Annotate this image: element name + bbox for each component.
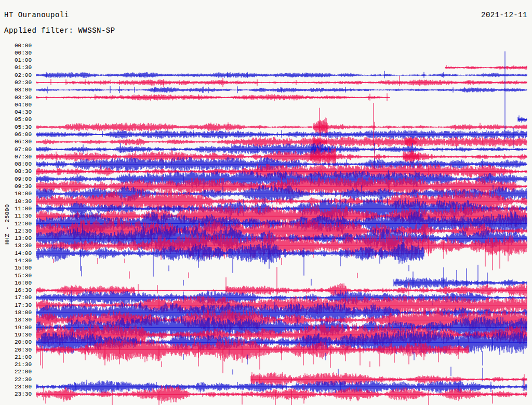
trace-row-15:00 xyxy=(82,265,409,276)
trace-row-06:00 xyxy=(36,51,527,148)
trace-row-14:30 xyxy=(54,258,282,265)
trace-row-15:30 xyxy=(129,272,357,279)
trace-row-02:30 xyxy=(36,76,527,87)
helicorder-plot xyxy=(0,0,532,405)
trace-row-03:00 xyxy=(36,86,527,93)
trace-row-05:00 xyxy=(518,115,527,123)
trace-row-16:00 xyxy=(183,265,527,289)
trace-row-01:30 xyxy=(445,65,527,70)
trace-row-03:30 xyxy=(36,93,390,101)
trace-row-06:30 xyxy=(36,103,527,147)
helicorder-page: HT Ouranoupoli 2021-12-11 Applied filter… xyxy=(0,0,532,405)
trace-row-21:30 xyxy=(162,361,370,367)
trace-row-02:00 xyxy=(36,71,527,78)
